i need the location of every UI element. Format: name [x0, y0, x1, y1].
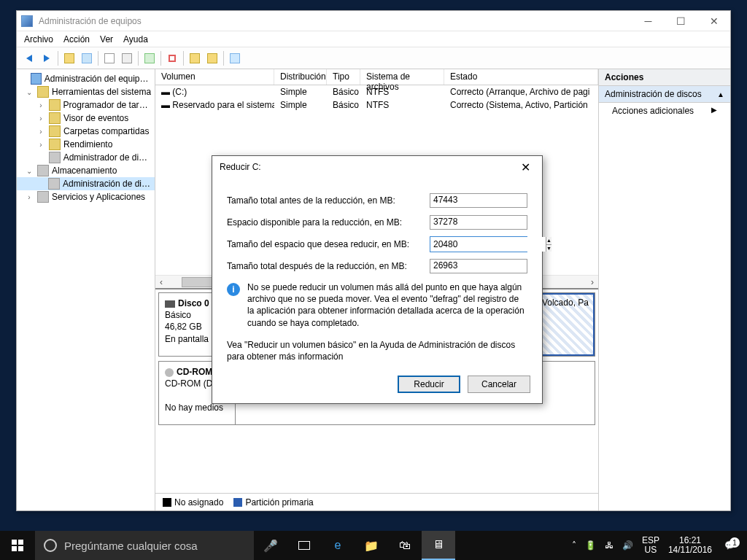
- menu-accion[interactable]: Acción: [63, 34, 90, 44]
- volume-header[interactable]: Volumen Distribución Tipo Sistema de arc…: [155, 69, 598, 85]
- taskview-icon[interactable]: [287, 531, 321, 560]
- actions-more[interactable]: Acciones adicionales▶: [599, 103, 730, 119]
- app-icon: [21, 15, 33, 27]
- tree-performance[interactable]: ›Rendimiento: [17, 138, 155, 151]
- language-indicator[interactable]: ESPUS: [638, 536, 664, 555]
- info-text: No se puede reducir un volumen más allá …: [247, 281, 527, 329]
- dialog-titlebar[interactable]: Reducir C: ✕: [212, 156, 542, 178]
- drive-icon: ▬: [161, 87, 170, 97]
- windows-icon: [12, 540, 23, 551]
- shrink-dialog: Reducir C: ✕ Tamaño total antes de la re…: [212, 155, 543, 404]
- col-status[interactable]: Estado: [444, 69, 598, 85]
- drive-icon: ▬: [161, 100, 170, 110]
- forward-button[interactable]: [39, 50, 55, 66]
- explorer-icon[interactable]: 📁: [355, 531, 388, 560]
- dialog-close-button[interactable]: ✕: [516, 160, 535, 174]
- volume-row[interactable]: ▬ (C:) Simple Básico NTFS Correcto (Arra…: [155, 85, 598, 98]
- volume-icon[interactable]: 🔊: [618, 540, 638, 551]
- cortana-icon: [44, 539, 57, 552]
- dialog-title: Reducir C:: [220, 162, 516, 172]
- help-text: Vea "Reducir un volumen básico" en la Ay…: [227, 339, 527, 362]
- chevron-right-icon: ▶: [711, 106, 717, 116]
- menubar: Archivo Acción Ver Ayuda: [17, 31, 730, 47]
- tool-icon[interactable]: [142, 50, 158, 66]
- tree-root[interactable]: Administración del equipo (loc: [17, 72, 155, 85]
- tool-icon[interactable]: [61, 50, 77, 66]
- cdrom-icon: [165, 368, 174, 377]
- start-button[interactable]: [0, 531, 35, 560]
- tree-diskmanagement[interactable]: Administración de disco: [17, 177, 155, 190]
- titlebar[interactable]: Administración de equipos ─ ☐ ✕: [17, 11, 730, 31]
- label-available: Espacio disponible para la reducción, en…: [227, 217, 430, 228]
- maximize-button[interactable]: ☐: [665, 11, 697, 31]
- col-type[interactable]: Tipo: [327, 69, 360, 85]
- system-tray[interactable]: ˄ 🔋 🖧 🔊 ESPUS 16:2114/11/2016 💬1: [568, 531, 747, 560]
- legend: No asignado Partición primaria: [155, 493, 598, 510]
- compmgmt-taskbar-icon[interactable]: 🖥: [422, 531, 455, 560]
- toolbar: [17, 47, 730, 69]
- close-button[interactable]: ✕: [697, 11, 730, 31]
- col-layout[interactable]: Distribución: [274, 69, 327, 85]
- shrink-spinner[interactable]: ▲ ▼: [430, 236, 527, 252]
- spinner-up[interactable]: ▲: [546, 237, 551, 245]
- menu-ayuda[interactable]: Ayuda: [123, 34, 148, 44]
- edge-icon[interactable]: e: [321, 531, 355, 560]
- taskbar[interactable]: Pregúntame cualquier cosa 🎤 e 📁 🛍 🖥 ˄ 🔋 …: [0, 531, 747, 560]
- tool-icon[interactable]: [227, 50, 243, 66]
- window-title: Administración de equipos: [39, 16, 632, 26]
- tool-icon[interactable]: [164, 50, 180, 66]
- minimize-button[interactable]: ─: [632, 11, 665, 31]
- network-icon[interactable]: 🖧: [600, 540, 618, 551]
- cortana-search[interactable]: Pregúntame cualquier cosa: [35, 531, 254, 560]
- mic-icon[interactable]: 🎤: [254, 531, 287, 560]
- tree-services[interactable]: ›Servicios y Aplicaciones: [17, 190, 155, 203]
- info-icon: i: [227, 283, 240, 296]
- clock[interactable]: 16:2114/11/2016: [664, 536, 716, 555]
- tree-devicemanager[interactable]: Administrador de dispo: [17, 151, 155, 164]
- spinner-down[interactable]: ▼: [546, 245, 551, 252]
- tree-tools[interactable]: ⌄Herramientas del sistema: [17, 85, 155, 98]
- shrink-button[interactable]: Reducir: [398, 376, 460, 393]
- label-total-before: Tamaño total antes de la reducción, en M…: [227, 195, 430, 206]
- value-total-after: 26963: [430, 259, 527, 273]
- tool-icon[interactable]: [79, 50, 95, 66]
- tree-scheduler[interactable]: ›Programador de tareas: [17, 98, 155, 112]
- store-icon[interactable]: 🛍: [388, 531, 422, 560]
- tool-icon[interactable]: [187, 50, 203, 66]
- action-center-icon[interactable]: 💬1: [716, 540, 743, 551]
- search-placeholder: Pregúntame cualquier cosa: [64, 540, 198, 552]
- actions-header: Acciones: [599, 69, 730, 86]
- label-shrink-amount: Tamaño del espacio que desea reducir, en…: [227, 239, 430, 249]
- value-available: 37278: [430, 215, 527, 230]
- col-filesystem[interactable]: Sistema de archivos: [360, 69, 444, 85]
- back-button[interactable]: [21, 50, 37, 66]
- battery-icon[interactable]: 🔋: [581, 540, 600, 551]
- label-total-after: Tamaño total después de la reducción, en…: [227, 261, 430, 271]
- menu-archivo[interactable]: Archivo: [24, 34, 53, 44]
- tree-storage[interactable]: ⌄Almacenamiento: [17, 164, 155, 177]
- value-total-before: 47443: [430, 193, 527, 208]
- actions-section[interactable]: Administración de discos▲: [599, 86, 730, 103]
- tool-icon[interactable]: [119, 50, 135, 66]
- collapse-icon: ▲: [717, 90, 724, 98]
- tool-icon[interactable]: [204, 50, 220, 66]
- shrink-input[interactable]: [430, 237, 546, 252]
- volume-row[interactable]: ▬ Reservado para el sistema Simple Básic…: [155, 98, 598, 112]
- disk-icon: [165, 300, 175, 308]
- tree-eventviewer[interactable]: ›Visor de eventos: [17, 112, 155, 125]
- nav-tree[interactable]: Administración del equipo (loc ⌄Herramie…: [17, 69, 155, 510]
- actions-pane: Acciones Administración de discos▲ Accio…: [599, 69, 730, 510]
- tool-icon[interactable]: [101, 50, 117, 66]
- col-volume[interactable]: Volumen: [155, 69, 274, 85]
- cancel-button[interactable]: Cancelar: [468, 376, 530, 393]
- tree-shared[interactable]: ›Carpetas compartidas: [17, 125, 155, 138]
- menu-ver[interactable]: Ver: [100, 34, 113, 44]
- tray-overflow-icon[interactable]: ˄: [568, 540, 581, 551]
